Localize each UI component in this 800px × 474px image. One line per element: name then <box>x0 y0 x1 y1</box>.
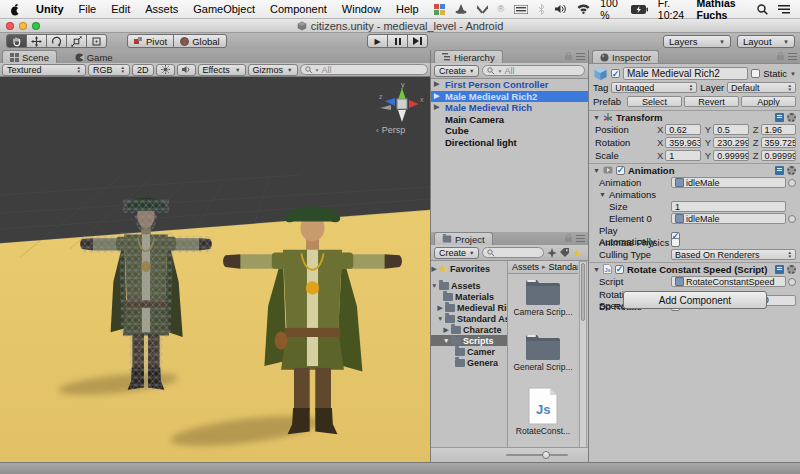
spotlight-search-icon[interactable] <box>757 4 768 15</box>
scene-canvas[interactable]: y z x ‹Persp <box>0 77 430 462</box>
tree-item-assets[interactable]: ▼Assets <box>431 280 507 291</box>
tree-item-materials[interactable]: Materials <box>431 291 507 302</box>
play-button[interactable]: ▶ <box>367 34 388 48</box>
asset-camera-scripts-folder[interactable]: Camera Scrip... <box>508 278 578 317</box>
object-picker-icon[interactable] <box>788 278 796 286</box>
element0-object-field[interactable]: idleMale <box>671 213 786 224</box>
menu-help[interactable]: Help <box>396 3 419 15</box>
move-tool-button[interactable] <box>26 34 47 48</box>
hierarchy-item-first-person-controller[interactable]: ▶First Person Controller <box>431 79 588 91</box>
rect-tool-button[interactable] <box>86 34 107 48</box>
step-button[interactable] <box>407 34 428 48</box>
menubar-user[interactable]: Mathias Fuchs <box>697 0 747 21</box>
prefab-select-button[interactable]: Select <box>627 96 682 107</box>
layer-dropdown[interactable]: Default▲▼ <box>727 82 796 93</box>
character-male-medieval-rich[interactable] <box>220 197 405 439</box>
breadcrumb[interactable]: Assets ▸ Standard A <box>508 261 578 274</box>
hierarchy-item-cube[interactable]: Cube <box>431 125 588 137</box>
gear-icon[interactable] <box>787 265 796 274</box>
tab-project[interactable]: Project <box>434 232 493 245</box>
pivot-toggle-button[interactable]: Pivot <box>127 34 174 48</box>
rotation-z-field[interactable]: 359.7256 <box>761 137 797 148</box>
tag-dropdown[interactable]: Untagged▲▼ <box>611 82 697 93</box>
layers-dropdown[interactable]: Layers▼ <box>663 35 731 48</box>
search-by-type-icon[interactable] <box>547 248 557 258</box>
tree-item-camera-scripts[interactable]: Camer <box>431 346 507 357</box>
favorites-star-icon[interactable]: ★ <box>573 248 582 258</box>
position-y-field[interactable]: 0.5 <box>713 124 749 135</box>
status-icon-registered[interactable]: ® <box>498 4 505 14</box>
menu-unity[interactable]: Unity <box>36 3 64 15</box>
lock-icon[interactable] <box>565 237 572 242</box>
tab-hierarchy[interactable]: Hierarchy <box>434 50 503 63</box>
scale-z-field[interactable]: 0.999999 <box>761 150 797 161</box>
scale-tool-button[interactable] <box>66 34 87 48</box>
menu-window[interactable]: Window <box>342 3 381 15</box>
tree-item-scripts[interactable]: ▼Scripts <box>431 335 507 346</box>
shading-mode-dropdown[interactable]: Textured▲▼ <box>2 64 86 76</box>
pause-button[interactable] <box>387 34 408 48</box>
project-scrollbar[interactable] <box>579 261 587 448</box>
scene-orientation-gizmo[interactable]: y z x <box>376 79 428 123</box>
prefab-revert-button[interactable]: Revert <box>684 96 739 107</box>
search-by-label-icon[interactable] <box>560 248 570 258</box>
perspective-mode-label[interactable]: ‹Persp <box>376 125 405 135</box>
app-status-icon[interactable] <box>434 4 445 15</box>
position-z-field[interactable]: 1.96 <box>761 124 797 135</box>
project-search-input[interactable] <box>482 247 544 258</box>
status-icon-tools[interactable] <box>477 4 488 15</box>
project-create-button[interactable]: Create▼ <box>434 247 479 259</box>
culling-type-dropdown[interactable]: Based On Renderers▲▼ <box>671 249 796 260</box>
static-dropdown-arrow[interactable]: ▼ <box>790 71 796 77</box>
2d-toggle[interactable]: 2D <box>132 64 154 76</box>
character-male-medieval-rich2[interactable] <box>78 190 214 394</box>
hierarchy-item-directional-light[interactable]: Directional light <box>431 137 588 149</box>
status-icon-hat[interactable] <box>455 4 467 15</box>
animations-foldout-label[interactable]: Animations <box>609 189 656 200</box>
gear-icon[interactable] <box>787 113 796 122</box>
rotate-script-component-header[interactable]: ▼ Js ✓ Rotate Constant Speed (Script) <box>589 262 800 275</box>
status-icon-keyboard[interactable] <box>514 5 528 14</box>
asset-general-scripts-folder[interactable]: General Scrip... <box>508 333 578 372</box>
help-icon[interactable] <box>775 166 784 175</box>
thumbnail-zoom-slider[interactable] <box>506 454 568 456</box>
rotate-tool-button[interactable] <box>46 34 67 48</box>
tab-game[interactable]: Game <box>68 51 120 64</box>
panel-menu-icon[interactable] <box>576 235 585 242</box>
hierarchy-item-male-medieval-rich[interactable]: ▶Male Medieval Rich <box>431 102 588 114</box>
active-checkbox[interactable]: ✓ <box>611 69 620 78</box>
add-component-button[interactable]: Add Component <box>623 291 767 309</box>
prefab-apply-button[interactable]: Apply <box>741 96 796 107</box>
window-titlebar[interactable]: citizens.unity - medieval_level - Androi… <box>0 19 800 33</box>
animation-component-header[interactable]: ▼ ✓ Animation <box>589 163 800 176</box>
hand-tool-button[interactable] <box>6 34 27 48</box>
asset-rotateconstantspeed-script[interactable]: Js RotateConst... <box>508 387 578 436</box>
object-picker-icon[interactable] <box>788 179 796 187</box>
tab-inspector[interactable]: Inspector <box>592 50 659 63</box>
lock-icon[interactable] <box>565 55 572 60</box>
apple-menu-icon[interactable] <box>10 3 21 16</box>
menu-file[interactable]: File <box>79 3 97 15</box>
help-icon[interactable] <box>775 265 784 274</box>
gizmos-dropdown[interactable]: Gizmos▼ <box>248 64 298 76</box>
effects-dropdown[interactable]: Effects▼ <box>198 64 246 76</box>
hierarchy-create-button[interactable]: Create▼ <box>434 65 479 77</box>
menubar-clock[interactable]: Fr. 10:24 <box>658 0 687 21</box>
menu-component[interactable]: Component <box>270 3 327 15</box>
hierarchy-item-main-camera[interactable]: Main Camera <box>431 114 588 126</box>
script-object-field[interactable]: RotateConstantSpeed <box>671 276 786 287</box>
panel-menu-icon[interactable] <box>788 53 797 60</box>
global-toggle-button[interactable]: Global <box>173 34 226 48</box>
scale-y-field[interactable]: 0.999999 <box>713 150 749 161</box>
panel-menu-icon[interactable] <box>576 53 585 60</box>
audio-toggle[interactable] <box>177 64 196 76</box>
tree-item-general-scripts[interactable]: Genera <box>431 357 507 368</box>
animate-physics-checkbox[interactable] <box>671 238 680 247</box>
wifi-icon[interactable] <box>577 4 590 14</box>
notification-center-icon[interactable] <box>778 4 790 14</box>
help-icon[interactable] <box>775 113 784 122</box>
object-picker-icon[interactable] <box>788 215 796 223</box>
tree-item-medieval-rich[interactable]: ▶Medieval Ric <box>431 302 507 313</box>
rotation-y-field[interactable]: 230.2992 <box>713 137 749 148</box>
gameobject-name-field[interactable]: Male Medieval Rich2 <box>623 67 748 80</box>
